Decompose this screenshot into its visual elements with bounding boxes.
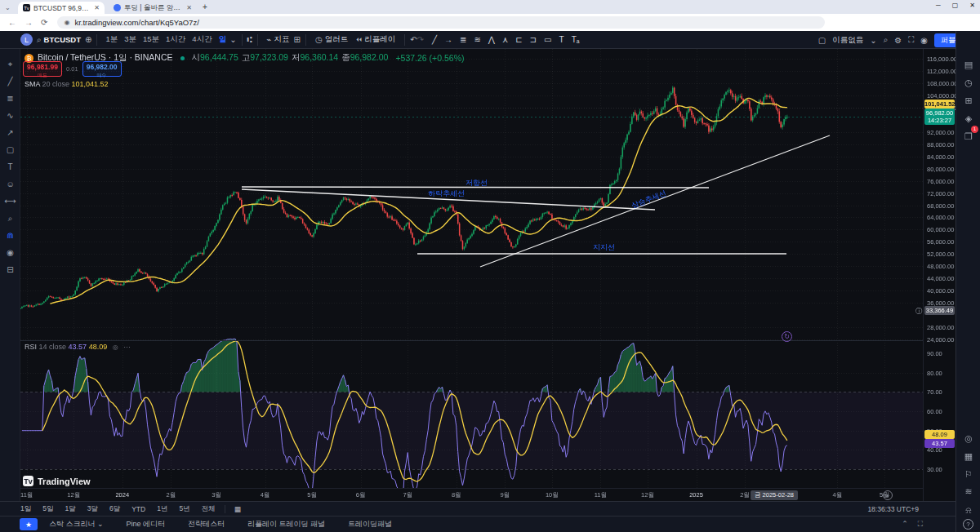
anchored-text-icon[interactable]: Tₐ <box>572 35 580 44</box>
tab-close-icon[interactable]: ✕ <box>94 4 100 11</box>
magnet-tool[interactable]: ⋒ <box>0 228 20 243</box>
disjoint-channel-icon[interactable]: ≋ <box>474 35 480 44</box>
parallel-channel-icon[interactable]: ≣ <box>460 35 466 44</box>
time-tick-2025[interactable]: 2025 <box>689 491 703 499</box>
panel-maximize-icon[interactable]: ⛶ <box>918 520 923 529</box>
range-5년[interactable]: 5년 <box>173 504 195 514</box>
undo-icon[interactable]: ↶ <box>410 35 416 44</box>
pattern-tool[interactable]: ∿ <box>0 109 20 123</box>
time-tick-2024[interactable]: 2024 <box>115 491 129 499</box>
replay-button[interactable]: ⏴⏴ 리플레이 <box>352 34 399 45</box>
layout-name[interactable]: 이름없음 <box>832 35 863 46</box>
templates-grid-icon[interactable]: ⊞ <box>294 35 301 44</box>
help-icon[interactable]: ? <box>963 519 973 530</box>
price-chart[interactable] <box>20 49 923 488</box>
trend-line-tool[interactable]: ╱ <box>0 74 20 89</box>
timezone-clock[interactable]: 18:36:33 UTC+9 <box>867 505 919 513</box>
settings-gear-icon[interactable]: ⚙ <box>894 36 902 45</box>
redo-icon[interactable]: ↷ <box>417 35 424 44</box>
sell-button[interactable]: 96,981.99 매도 <box>23 61 62 77</box>
interval-chevron-icon[interactable]: ⌄ <box>229 35 236 44</box>
time-tick-10월[interactable]: 10월 <box>546 491 559 499</box>
time-tick-12월[interactable]: 12월 <box>641 491 654 499</box>
interval-15분[interactable]: 15분 <box>140 34 163 43</box>
compare-icon[interactable]: ⊕ <box>85 35 91 44</box>
screenshot-camera-icon[interactable]: ◉ <box>920 36 928 45</box>
emoji-tool[interactable]: ☺ <box>0 177 20 192</box>
bottom-tab-스탁 스크리너[interactable]: 스탁 스크리너 ⌄ <box>38 519 115 530</box>
resistance-line-label[interactable]: 저항선 <box>466 178 488 188</box>
range-6달[interactable]: 6달 <box>104 504 126 514</box>
measure-tool[interactable]: ⟷ <box>0 194 20 209</box>
browser-tab-inactive[interactable]: 투딩 | 올바른 암호화폐 투자 ✕ <box>109 2 197 14</box>
time-tick-7월[interactable]: 7월 <box>403 491 412 499</box>
interval-active-day[interactable]: 일 <box>216 34 230 45</box>
go-to-recent-icon[interactable]: » <box>883 490 893 500</box>
new-tab-button[interactable]: + <box>203 2 207 11</box>
time-tick-9월[interactable]: 9월 <box>500 491 510 499</box>
replay-jump-icon[interactable]: ↻ <box>782 331 792 342</box>
layout-icon[interactable]: ▢ <box>818 36 826 45</box>
zigzag-icon[interactable]: ⋀ <box>488 35 495 44</box>
sma-legend[interactable]: SMA 20 close 101,041.52 <box>24 80 109 88</box>
go-to-date-icon[interactable]: ▦ <box>229 505 247 513</box>
layout-chevron-icon[interactable]: ⌄ <box>870 36 876 45</box>
rsi-visibility-icon[interactable]: ◎ <box>113 344 118 351</box>
bottom-tab-리플레이 트레이딩 패널[interactable]: 리플레이 트레이딩 패널 <box>236 519 336 530</box>
rsi-legend[interactable]: RSI 14 close 43.57 48.09 ◎ ⋯ <box>24 343 130 351</box>
forward-button[interactable]: → <box>24 18 33 27</box>
favorites-drawing-toolbar-button[interactable]: ★ <box>20 518 38 530</box>
time-tick-2월[interactable]: 2월 <box>740 491 750 499</box>
back-button[interactable]: ← <box>8 18 16 27</box>
text-icon[interactable]: T <box>559 35 564 44</box>
user-avatar[interactable]: L <box>20 33 33 46</box>
hotlist-icon[interactable]: ◎ <box>956 431 980 446</box>
chart-type-icon[interactable]: ⑆ <box>247 35 252 44</box>
site-info-icon[interactable]: ◉ <box>64 19 69 26</box>
xabcd-pattern-icon[interactable]: ⋏ <box>502 35 508 44</box>
range-1일[interactable]: 1일 <box>15 504 37 514</box>
window-close-button[interactable]: ✕ <box>969 2 975 9</box>
rectangle-icon[interactable]: ▭ <box>544 35 551 44</box>
range-5일[interactable]: 5일 <box>37 504 59 514</box>
range-3달[interactable]: 3달 <box>82 504 104 514</box>
range-1년[interactable]: 1년 <box>151 504 173 514</box>
gann-fib-tool[interactable]: ≣ <box>0 91 20 106</box>
time-tick-4월[interactable]: 4월 <box>261 491 270 499</box>
tab-search-chevron-icon[interactable]: ⌄ <box>5 4 11 11</box>
symbol-search-button[interactable]: ⌕ BTCUSDT <box>33 35 85 45</box>
bottom-tab-트레이딩패널[interactable]: 트레이딩패널 <box>336 519 403 530</box>
time-tick-4월[interactable]: 4월 <box>832 491 842 499</box>
quick-search-icon[interactable]: ⌕ <box>884 35 889 45</box>
news-icon[interactable]: ⊞ <box>956 93 980 108</box>
tab-close-icon[interactable]: ✕ <box>186 4 192 11</box>
time-tick-3월[interactable]: 3월 <box>212 491 221 499</box>
fullscreen-icon[interactable]: ⛶ <box>908 35 914 45</box>
price-scale[interactable]: 116,000.00112,000.00108,000.00104,000.00… <box>923 49 956 501</box>
buy-button[interactable]: 96,982.00 매수 <box>82 61 122 77</box>
prediction-tool[interactable]: ↗ <box>0 126 20 140</box>
time-tick-6월[interactable]: 6월 <box>356 491 366 499</box>
shapes-tool[interactable]: ▢ <box>0 143 20 157</box>
object-tree-icon[interactable]: ◈ <box>956 111 980 126</box>
indicators-button[interactable]: ⌁ 지표 <box>263 34 294 45</box>
alert-button[interactable]: ◷ 얼러트 <box>311 34 352 45</box>
window-maximize-button[interactable]: ▢ <box>952 2 959 9</box>
watchlist-icon[interactable]: ▤ <box>956 57 980 72</box>
trend-line-icon[interactable]: ╱ <box>432 35 437 44</box>
address-bar[interactable]: ◉ kr.tradingview.com/chart/Kq5YaO7z/ <box>57 16 825 29</box>
alerts-icon[interactable]: ◷ <box>956 75 980 90</box>
range-전체[interactable]: 전체 <box>196 504 221 514</box>
time-tick-12월[interactable]: 12월 <box>67 491 80 499</box>
time-scale[interactable]: 11월12월20242월3월4월5월6월7월8월9월10월11월12월20252… <box>20 488 923 501</box>
time-tick-8월[interactable]: 8월 <box>452 491 461 499</box>
range-1달[interactable]: 1달 <box>59 504 81 514</box>
cursor-tool[interactable]: ⌖ <box>0 57 20 72</box>
time-tick-11월[interactable]: 11월 <box>595 491 607 499</box>
browser-tab-active[interactable]: Tv BTCUSDT 96,981.99 ▲ +0.56% ✕ <box>18 2 105 14</box>
text-tool[interactable]: T <box>0 160 20 175</box>
bottom-tab-전략테스터[interactable]: 전략테스터 <box>176 519 236 530</box>
interval-1시간[interactable]: 1시간 <box>163 34 189 43</box>
interval-3분[interactable]: 3분 <box>121 34 140 43</box>
rising-channel-icon[interactable]: ⊏ <box>515 35 522 44</box>
